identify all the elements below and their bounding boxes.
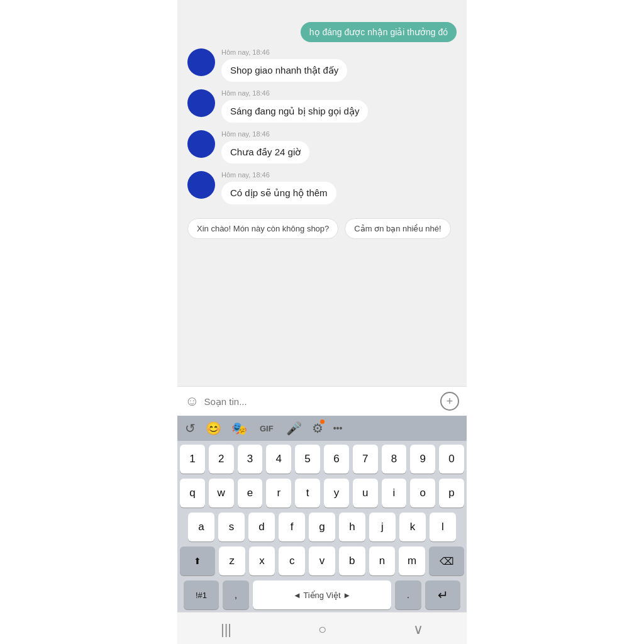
key-1[interactable]: 1: [180, 445, 205, 474]
gif-icon[interactable]: GIF: [257, 423, 276, 435]
key-h[interactable]: h: [339, 513, 365, 541]
asdf-row: a s d f g h j k l: [180, 513, 464, 541]
message-content: Hôm nay, 18:46 Sáng đang ngủ bị ship gọi…: [221, 89, 368, 123]
input-area: ☺ +: [177, 386, 467, 416]
message-input[interactable]: [204, 396, 435, 407]
bottom-nav: ||| ○ ∨: [177, 612, 467, 644]
emoji-toolbar-icon[interactable]: 😊: [206, 421, 221, 436]
quick-replies: Xin chào! Món này còn không shop? Cảm ơn…: [187, 212, 457, 245]
message-bubble: Sáng đang ngủ bị ship gọi dậy: [221, 100, 368, 123]
sticker-icon[interactable]: 🎭: [231, 421, 247, 436]
key-l[interactable]: l: [430, 513, 456, 541]
message-time: Hôm nay, 18:46: [221, 48, 347, 56]
key-w[interactable]: w: [209, 479, 234, 508]
key-j[interactable]: j: [369, 513, 396, 541]
back-nav-icon[interactable]: |||: [221, 621, 231, 638]
more-icon[interactable]: •••: [333, 423, 343, 433]
space-key[interactable]: ◄ Tiếng Việt ►: [253, 580, 391, 609]
backspace-key[interactable]: ⌫: [429, 547, 464, 575]
message-row: Hôm nay, 18:46 Có dịp sẽ ủng hộ thêm: [187, 171, 457, 204]
key-2[interactable]: 2: [209, 445, 234, 474]
green-bubble-top: họ đáng được nhận giải thưởng đó: [301, 22, 457, 42]
avatar: [187, 130, 215, 158]
key-b[interactable]: b: [339, 547, 365, 575]
message-row: Hôm nay, 18:46 Chưa đầy 24 giờ: [187, 130, 457, 164]
keyboard: ↺ 😊 🎭 GIF 🎤 ⚙ ••• 1 2 3 4 5 6 7 8: [177, 416, 467, 612]
keyboard-rows: 1 2 3 4 5 6 7 8 9 0 q w e r t y u i: [177, 441, 467, 612]
enter-key[interactable]: ↵: [425, 580, 460, 609]
message-content: Hôm nay, 18:46 Chưa đầy 24 giờ: [221, 130, 309, 164]
recent-icon[interactable]: ↺: [185, 421, 196, 436]
key-a[interactable]: a: [188, 513, 214, 541]
phone-container: họ đáng được nhận giải thưởng đó Hôm nay…: [177, 0, 467, 644]
key-u[interactable]: u: [353, 479, 378, 508]
key-8[interactable]: 8: [382, 445, 407, 474]
shift-key[interactable]: ⬆: [180, 547, 215, 575]
key-x[interactable]: x: [249, 547, 275, 575]
key-v[interactable]: v: [309, 547, 335, 575]
avatar: [187, 48, 215, 76]
key-7[interactable]: 7: [353, 445, 378, 474]
key-o[interactable]: o: [410, 479, 435, 508]
mic-icon[interactable]: 🎤: [286, 421, 302, 436]
comma-key[interactable]: ,: [223, 580, 249, 609]
message-bubble: Shop giao nhanh thật đấy: [221, 59, 347, 82]
recents-nav-icon[interactable]: ∨: [413, 621, 423, 638]
period-key[interactable]: .: [395, 580, 421, 609]
key-3[interactable]: 3: [238, 445, 263, 474]
key-n[interactable]: n: [369, 547, 396, 575]
key-9[interactable]: 9: [410, 445, 435, 474]
message-time: Hôm nay, 18:46: [221, 130, 309, 138]
key-k[interactable]: k: [399, 513, 426, 541]
key-q[interactable]: q: [180, 479, 205, 508]
message-content: Hôm nay, 18:46 Có dịp sẽ ủng hộ thêm: [221, 171, 336, 204]
add-button[interactable]: +: [440, 392, 459, 411]
keyboard-toolbar: ↺ 😊 🎭 GIF 🎤 ⚙ •••: [177, 416, 467, 441]
key-p[interactable]: p: [439, 479, 464, 508]
avatar: [187, 171, 215, 199]
home-nav-icon[interactable]: ○: [318, 621, 326, 638]
message-row: Hôm nay, 18:46 Sáng đang ngủ bị ship gọi…: [187, 89, 457, 123]
key-r[interactable]: r: [266, 479, 291, 508]
key-y[interactable]: y: [324, 479, 349, 508]
key-4[interactable]: 4: [266, 445, 291, 474]
settings-icon[interactable]: ⚙: [312, 421, 323, 436]
green-bubble-text: họ đáng được nhận giải thưởng đó: [309, 27, 448, 37]
message-bubble: Chưa đầy 24 giờ: [221, 141, 309, 164]
key-d[interactable]: d: [248, 513, 275, 541]
key-m[interactable]: m: [399, 547, 425, 575]
key-0[interactable]: 0: [439, 445, 464, 474]
bottom-row: !#1 , ◄ Tiếng Việt ► . ↵: [180, 580, 464, 609]
message-time: Hôm nay, 18:46: [221, 89, 368, 97]
number-row: 1 2 3 4 5 6 7 8 9 0: [180, 445, 464, 474]
key-z[interactable]: z: [219, 547, 245, 575]
quick-reply-1[interactable]: Cảm ơn bạn nhiều nhé!: [345, 218, 450, 239]
notification-dot: [320, 419, 325, 424]
key-s[interactable]: s: [218, 513, 245, 541]
key-c[interactable]: c: [279, 547, 305, 575]
avatar: [187, 89, 215, 117]
message-row: Hôm nay, 18:46 Shop giao nhanh thật đấy: [187, 48, 457, 82]
quick-reply-0[interactable]: Xin chào! Món này còn không shop?: [187, 218, 338, 239]
key-t[interactable]: t: [295, 479, 320, 508]
key-5[interactable]: 5: [295, 445, 320, 474]
key-f[interactable]: f: [279, 513, 305, 541]
message-content: Hôm nay, 18:46 Shop giao nhanh thật đấy: [221, 48, 347, 82]
symbols-key[interactable]: !#1: [184, 580, 219, 609]
key-i[interactable]: i: [382, 479, 407, 508]
key-e[interactable]: e: [238, 479, 263, 508]
message-time: Hôm nay, 18:46: [221, 171, 336, 179]
qwerty-row: q w e r t y u i o p: [180, 479, 464, 508]
chat-area: họ đáng được nhận giải thưởng đó Hôm nay…: [177, 0, 467, 386]
emoji-icon[interactable]: ☺: [185, 393, 199, 409]
key-g[interactable]: g: [309, 513, 335, 541]
message-bubble: Có dịp sẽ ủng hộ thêm: [221, 182, 336, 204]
zxcv-row: ⬆ z x c v b n m ⌫: [180, 547, 464, 575]
key-6[interactable]: 6: [324, 445, 349, 474]
